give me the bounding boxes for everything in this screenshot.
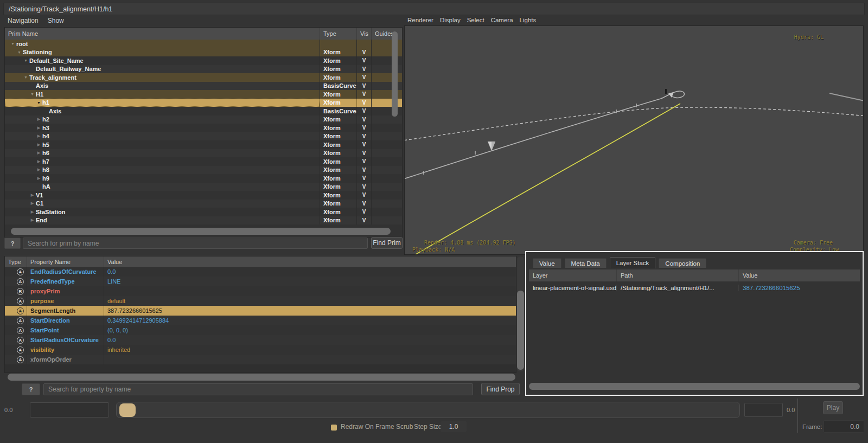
tree-row[interactable]: ▶h4XformV (5, 132, 402, 141)
tab-composition[interactable]: Composition (659, 258, 706, 268)
tree-row[interactable]: ▼root (5, 40, 402, 48)
prim-vis-cell[interactable]: V (356, 65, 371, 74)
prim-vis-cell[interactable]: V (356, 174, 371, 183)
tree-row[interactable]: ▶EndXformV (5, 216, 402, 225)
property-row[interactable]: AxformOpOrder (5, 355, 516, 364)
prim-vis-cell[interactable]: V (356, 166, 371, 175)
property-row[interactable]: AStartDirection0.34992414712905884 (5, 316, 516, 325)
tree-row[interactable]: ▶V1XformV (5, 191, 402, 200)
expand-triangle-icon[interactable]: ▶ (29, 218, 36, 222)
expand-triangle-icon[interactable]: ▶ (35, 159, 42, 164)
expand-triangle-icon[interactable]: ▼ (9, 42, 16, 46)
property-vertical-scrollbar[interactable] (517, 291, 524, 370)
expand-triangle-icon[interactable]: ▶ (29, 210, 36, 214)
prim-vis-cell[interactable]: V (356, 208, 371, 216)
property-horizontal-scrollbar[interactable] (8, 374, 515, 381)
find-prop-button[interactable]: Find Prop (481, 383, 520, 395)
prim-vis-cell[interactable]: V (356, 140, 371, 149)
expand-triangle-icon[interactable]: ▼ (35, 101, 42, 105)
tree-row[interactable]: ▼H1XformV (5, 90, 402, 99)
tree-header-type[interactable]: Type (320, 28, 356, 40)
redraw-checkbox[interactable] (331, 425, 337, 431)
timeline-end-input[interactable] (744, 403, 783, 417)
expand-triangle-icon[interactable]: ▼ (16, 50, 23, 54)
tree-row[interactable]: ▶h8XformV (5, 166, 402, 175)
layer-stack-row[interactable]: linear-placement-of-signal.usda/Stationi… (529, 281, 860, 294)
property-row[interactable]: Avisibilityinherited (5, 345, 516, 355)
property-header-type[interactable]: Type (5, 259, 27, 265)
tree-header-vis[interactable]: Vis (356, 28, 371, 40)
viewport-menu-renderer[interactable]: Renderer (407, 17, 433, 23)
prim-vis-cell[interactable] (356, 40, 371, 48)
expand-triangle-icon[interactable]: ▶ (35, 151, 42, 155)
tree-row[interactable]: ▶h6XformV (5, 149, 402, 158)
prim-vis-cell[interactable]: V (356, 157, 371, 166)
expand-triangle-icon[interactable]: ▼ (29, 92, 36, 96)
tree-horizontal-scrollbar[interactable] (11, 228, 391, 235)
timeline-slider-handle[interactable] (119, 403, 136, 417)
tree-row[interactable]: ▼h1XformV (5, 99, 402, 107)
step-size-input[interactable]: 1.0 (441, 421, 467, 432)
prim-vis-cell[interactable]: V (356, 107, 371, 115)
property-header-name[interactable]: Property Name (27, 256, 104, 267)
property-row[interactable]: AEndRadiusOfCurvature0.0 (5, 267, 516, 277)
tree-row[interactable]: ▶h5XformV (5, 140, 402, 149)
tree-row[interactable]: Default_Railway_NameXformV (5, 65, 402, 74)
inspector-header-value[interactable]: Value (738, 269, 860, 281)
prim-vis-cell[interactable]: V (356, 48, 371, 57)
prim-vis-cell[interactable]: V (356, 124, 371, 132)
prim-vis-cell[interactable]: V (356, 99, 371, 107)
expand-triangle-icon[interactable]: ▼ (22, 75, 29, 79)
prim-vis-cell[interactable]: V (356, 200, 371, 208)
prim-vis-cell[interactable]: V (356, 73, 371, 82)
tree-row[interactable]: ▶h3XformV (5, 124, 402, 132)
inspector-header-path[interactable]: Path (616, 269, 738, 281)
play-button[interactable]: Play (823, 401, 843, 414)
property-header-value[interactable]: Value (104, 256, 516, 267)
expand-triangle-icon[interactable]: ▶ (35, 134, 42, 138)
property-row[interactable]: AStartRadiusOfCurvature0.0 (5, 335, 516, 345)
timeline-start-input[interactable] (30, 402, 109, 418)
tree-row[interactable]: ▶C1XformV (5, 200, 402, 208)
tree-vertical-scrollbar[interactable] (392, 31, 398, 117)
property-row[interactable]: APredefinedTypeLINE (5, 277, 516, 286)
prim-vis-cell[interactable]: V (356, 216, 371, 225)
inspector-horizontal-scrollbar[interactable] (529, 383, 860, 390)
property-row[interactable]: RproxyPrim (5, 286, 516, 296)
viewport-menu-select[interactable]: Select (467, 17, 484, 23)
tree-row[interactable]: hAXformV (5, 183, 402, 191)
tab-meta-data[interactable]: Meta Data (565, 258, 607, 268)
tree-row[interactable]: ▶h7XformV (5, 157, 402, 166)
property-row[interactable]: AStartPoint(0, 0, 0) (5, 325, 516, 335)
expand-triangle-icon[interactable]: ▶ (35, 126, 42, 130)
prim-search-help-button[interactable]: ? (4, 237, 21, 249)
prim-path-bar[interactable]: /Stationing/Track_alignment/H1/h1 (3, 3, 865, 15)
prim-vis-cell[interactable]: V (356, 149, 371, 158)
prim-search-input[interactable] (23, 237, 368, 249)
prim-vis-cell[interactable]: V (356, 56, 371, 65)
viewport-menu-camera[interactable]: Camera (491, 17, 513, 23)
tree-row[interactable]: ▼StationingXformV (5, 48, 402, 57)
tree-row[interactable]: ▶h2XformV (5, 115, 402, 124)
inspector-header-layer[interactable]: Layer (529, 269, 616, 281)
tree-row[interactable]: AxisBasisCurvesV (5, 107, 402, 115)
property-row[interactable]: ASegmentLength387.7232666015625 (5, 306, 516, 316)
viewport-3d[interactable]: Hydra: GL Render: 4.88 ms (204.92 FPS) P… (404, 25, 864, 255)
expand-triangle-icon[interactable]: ▶ (35, 117, 42, 121)
expand-triangle-icon[interactable]: ▼ (22, 59, 29, 62)
prim-vis-cell[interactable]: V (356, 191, 371, 200)
prim-vis-cell[interactable]: V (356, 82, 371, 91)
find-prim-button[interactable]: Find Prim (371, 237, 403, 249)
menu-item-show[interactable]: Show (48, 17, 64, 25)
timeline-slider-track[interactable] (116, 402, 740, 418)
expand-triangle-icon[interactable]: ▶ (29, 193, 36, 197)
viewport-menu-lights[interactable]: Lights (520, 17, 537, 23)
tree-header-prim-name[interactable]: Prim Name (5, 28, 320, 40)
tree-row[interactable]: AxisBasisCurvesV (5, 82, 402, 91)
tab-value[interactable]: Value (533, 258, 561, 268)
property-row[interactable]: Apurposedefault (5, 296, 516, 306)
tree-row[interactable]: ▼Track_alignmentXformV (5, 73, 402, 82)
property-search-input[interactable] (43, 383, 473, 395)
expand-triangle-icon[interactable]: ▶ (35, 143, 42, 147)
prim-vis-cell[interactable]: V (356, 90, 371, 99)
